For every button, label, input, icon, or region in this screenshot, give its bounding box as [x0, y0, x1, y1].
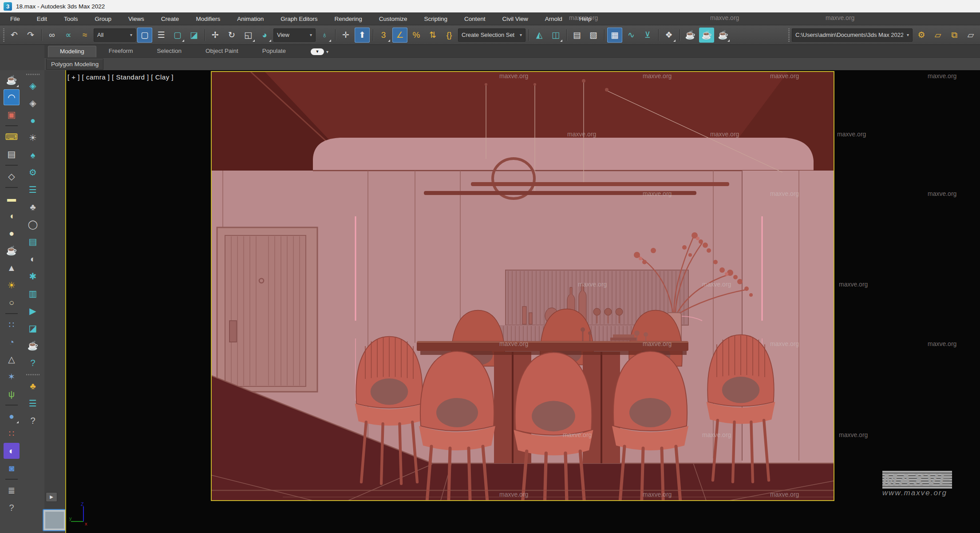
menu-customize[interactable]: Customize — [371, 12, 416, 25]
vray-render-teapot-button[interactable]: ☕ — [4, 72, 20, 88]
sun-positioner-button[interactable]: ☀ — [25, 130, 41, 146]
render-production-button[interactable]: ☕ — [715, 28, 731, 43]
clipper-sphere-button[interactable]: ◔ — [4, 334, 20, 350]
menu-animation[interactable]: Animation — [229, 12, 272, 25]
create-camera-from-view-button[interactable]: ◈ — [25, 95, 41, 111]
menu-rendering[interactable]: Rendering — [326, 12, 371, 25]
help-circle-button[interactable]: ? — [25, 355, 41, 371]
toggle-ribbon-button[interactable]: ▦ — [607, 28, 622, 43]
undo-button[interactable]: ↶ — [7, 28, 22, 43]
edit-named-selection-sets-button[interactable]: {} — [442, 28, 457, 43]
script-open-folder-button[interactable]: ▱ — [930, 28, 945, 43]
named-selection-sets-dropdown[interactable]: Create Selection Set▾ — [458, 28, 526, 42]
light-lister-button[interactable]: ⌨ — [4, 129, 20, 145]
bulb-gear-button[interactable]: ✱ — [25, 268, 41, 284]
reference-coordinate-dropdown[interactable]: View▾ — [273, 28, 316, 42]
batch-camera-render-button[interactable]: ◇ — [4, 168, 20, 184]
script-hierarchy-button[interactable]: ⧉ — [947, 28, 962, 43]
ribbon-tab-modeling[interactable]: Modeling — [48, 46, 96, 57]
script-more-button[interactable]: ▱ — [963, 28, 978, 43]
light-plane-button[interactable]: ▬ — [4, 191, 20, 207]
select-and-scale-button[interactable]: ◱ — [241, 28, 256, 43]
selection-filter-dropdown[interactable]: All▾ — [94, 28, 136, 42]
menu-create[interactable]: Create — [153, 12, 188, 25]
menu-views[interactable]: Views — [120, 12, 153, 25]
panel-window-button[interactable]: ▥ — [25, 286, 41, 302]
material-palette-button[interactable]: ◐ — [4, 443, 20, 459]
sun-light-button[interactable]: ☀ — [4, 277, 20, 293]
rock-scatter-button[interactable]: ✶ — [4, 369, 20, 385]
dock-expander-button[interactable]: ▶ — [46, 492, 57, 502]
menu-graph-editors[interactable]: Graph Editors — [272, 12, 326, 25]
ring-flame-button[interactable]: ◯ — [25, 216, 41, 232]
menu-edit[interactable]: Edit — [28, 12, 55, 25]
proxy-pyramid-button[interactable]: △ — [4, 351, 20, 367]
script-settings-button[interactable]: ⚙ — [914, 28, 929, 43]
snap-toggle-3d-button[interactable]: 3 — [376, 28, 391, 43]
ribbon-tab-populate[interactable]: Populate — [251, 46, 297, 57]
lines-page-button[interactable]: ☰ — [25, 395, 41, 411]
align-button[interactable]: ◫ — [548, 28, 563, 43]
teapot-outline-button[interactable]: ☕ — [25, 338, 41, 354]
select-by-material-button[interactable]: ◙ — [4, 460, 20, 476]
palette-button[interactable]: ◐ — [25, 251, 41, 267]
select-and-manipulate-button[interactable]: ✛ — [338, 28, 353, 43]
video-player-window-button[interactable]: ▶ — [25, 303, 41, 319]
rendered-frame-window-button[interactable]: ☕ — [699, 28, 714, 43]
angle-snap-toggle[interactable]: ∠ — [392, 28, 407, 43]
menu-help[interactable]: Help — [571, 12, 600, 25]
light-dome-button[interactable]: ◖ — [4, 208, 20, 224]
mirror-button[interactable]: ◭ — [532, 28, 547, 43]
light-sphere-button[interactable]: ● — [4, 225, 20, 241]
menu-tools[interactable]: Tools — [55, 12, 87, 25]
infinite-plane-button[interactable]: ∷ — [4, 317, 20, 333]
ribbon-tab-freeform[interactable]: Freeform — [97, 46, 145, 57]
ribbon-tab-object-paint[interactable]: Object Paint — [194, 46, 250, 57]
light-bulb-button[interactable]: ● — [25, 112, 41, 128]
list-page-button[interactable]: ☰ — [25, 182, 41, 198]
select-and-rotate-button[interactable]: ↻ — [224, 28, 239, 43]
keyboard-shortcut-override-toggle[interactable]: ⬆ — [355, 28, 370, 43]
render-last-window-button[interactable]: ▣ — [4, 107, 20, 123]
forest-trees-button[interactable]: ♣ — [25, 378, 41, 394]
menu-arnold[interactable]: Arnold — [537, 12, 571, 25]
bind-to-space-warp-button[interactable]: ≈ — [77, 28, 92, 43]
window-crossing-toggle[interactable]: ◪ — [186, 28, 202, 43]
menu-modifiers[interactable]: Modifiers — [187, 12, 229, 25]
render-setup-button[interactable]: ☕ — [683, 28, 698, 43]
toggle-layer-explorer-button[interactable]: ▧ — [586, 28, 601, 43]
menu-scripting[interactable]: Scripting — [416, 12, 456, 25]
gear-page-button[interactable]: ⚙ — [25, 164, 41, 180]
use-pivot-point-center-button[interactable]: ♁ — [317, 28, 332, 43]
schematic-view-button[interactable]: ⊻ — [640, 28, 655, 43]
mesh-light-teapot-button[interactable]: ☕ — [4, 243, 20, 259]
volume-light-cone-button[interactable]: ▲ — [4, 260, 20, 276]
grass-fur-button[interactable]: ψ — [4, 386, 20, 402]
material-editor-button[interactable]: ❖ — [661, 28, 676, 43]
select-and-link-button[interactable]: ∞ — [44, 28, 59, 43]
multi-material-spheres-button[interactable]: ∷ — [4, 426, 20, 442]
select-object-button[interactable]: ▢ — [137, 28, 152, 43]
menu-civil-view[interactable]: Civil View — [494, 12, 536, 25]
scene-converter-button[interactable]: ≣ — [4, 482, 20, 498]
viewport-label[interactable]: [ + ] [ camra ] [ Standard ] [ Clay ] — [67, 73, 174, 81]
rectangular-selection-region-button[interactable]: ▢ — [170, 28, 185, 43]
layered-spheres-button[interactable]: ▤ — [25, 234, 41, 250]
dock-help-button[interactable]: ? — [4, 500, 20, 516]
select-and-move-button[interactable]: ✢ — [208, 28, 223, 43]
ribbon-collapse-button[interactable]: ▼▾ — [311, 48, 328, 55]
select-by-name-button[interactable]: ☰ — [154, 28, 169, 43]
help-circle-button-2[interactable]: ? — [25, 413, 41, 429]
spinner-snap-toggle[interactable]: ⇅ — [425, 28, 440, 43]
menu-group[interactable]: Group — [87, 12, 120, 25]
sky-light-button[interactable]: ○ — [4, 294, 20, 310]
material-sphere-button[interactable]: ● — [4, 408, 20, 424]
physical-camera-button[interactable]: ◈ — [25, 78, 41, 94]
camera-lister-button[interactable]: ▤ — [4, 146, 20, 162]
percent-snap-toggle[interactable]: % — [409, 28, 424, 43]
arrow-window-button[interactable]: ◪ — [25, 320, 41, 336]
tree-page-button[interactable]: ♣ — [25, 199, 41, 215]
menu-content[interactable]: Content — [456, 12, 494, 25]
tree-scatter-button[interactable]: ♠ — [25, 147, 41, 163]
select-and-place-button[interactable]: ◕ — [257, 28, 272, 43]
